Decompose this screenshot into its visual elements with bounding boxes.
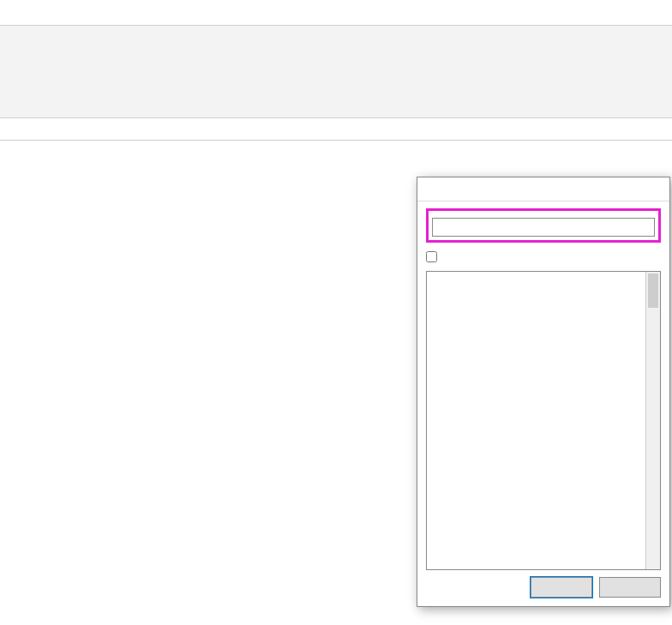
password-section-highlight: [426, 208, 661, 243]
ribbon: [0, 26, 672, 118]
permissions-listbox[interactable]: [426, 271, 661, 570]
ribbon-tabs: [0, 0, 672, 26]
permissions-scrollbar[interactable]: [645, 272, 660, 569]
password-input[interactable]: [432, 218, 655, 237]
protect-locked-checkbox[interactable]: [426, 251, 437, 262]
formula-bar[interactable]: [0, 118, 672, 141]
protect-sheet-dialog: [417, 177, 670, 607]
ok-button[interactable]: [531, 577, 592, 598]
dialog-titlebar: [417, 177, 669, 201]
cancel-button[interactable]: [599, 577, 661, 598]
protect-locked-checkbox-line[interactable]: [426, 251, 661, 262]
